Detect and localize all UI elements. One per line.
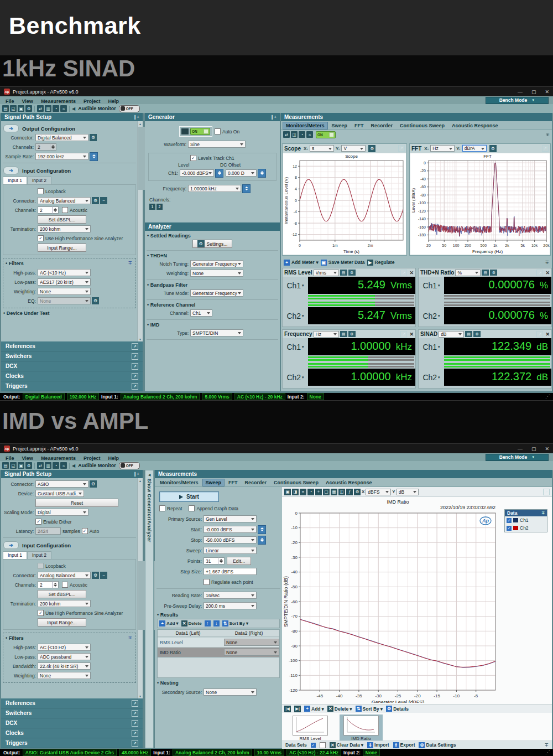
high-pass-dropdown[interactable]: AC (<10 Hz) [38, 269, 91, 276]
signal-monitor-icon[interactable]: ≈ [60, 462, 67, 469]
tab-acoustic-response[interactable]: Acoustic Response [323, 479, 375, 486]
use-high-performance-sine-analyzer-checkbox[interactable]: ✓Use High Performance Sine Analyzer [38, 235, 123, 241]
show-generator-analyzer-strip[interactable]: ◀ Show Generator/Analyzer [145, 470, 154, 748]
item-button[interactable]: ↓ [213, 620, 220, 626]
pin-icon[interactable]: ∓ [544, 742, 549, 748]
legend-entry-ch2[interactable]: ✓Ch2 [505, 524, 547, 532]
spinner-arrows-icon[interactable] [52, 581, 58, 588]
auto-checkbox[interactable]: ✓Auto [82, 528, 100, 534]
loopback-checkbox[interactable]: Loopback [38, 563, 66, 569]
settings-gear-icon[interactable]: ⚙ [25, 105, 32, 112]
meter-settings-icon[interactable]: ⚙ [348, 331, 356, 337]
channel-dropdown[interactable]: Ch1 [190, 309, 212, 317]
value-stepper-icon[interactable] [90, 152, 98, 161]
weighting-dropdown[interactable]: None [190, 270, 243, 277]
channel-selector[interactable]: Ch1▾ [419, 338, 444, 355]
ch1-dc-dropdown[interactable]: 0.000 D [226, 169, 257, 177]
first-point-icon[interactable]: |◀ [284, 706, 291, 712]
sidebar-item-switchers[interactable]: Switchers↗ [1, 708, 143, 718]
menu-view[interactable]: View [18, 99, 37, 104]
input-monitor-icon[interactable]: ~ [100, 197, 107, 204]
signal-monitor-icon[interactable]: ≈ [60, 105, 67, 112]
pin-icon[interactable]: ∓ [128, 260, 132, 266]
input-range-button[interactable]: Input Range... [38, 244, 86, 252]
reading-rate-dropdown[interactable]: 16/sec [204, 592, 257, 599]
channel-selector[interactable]: Ch2▾ [283, 307, 308, 324]
meter-settings-icon[interactable]: ⚙ [490, 270, 497, 276]
popout-icon[interactable]: ↗ [398, 145, 405, 152]
x-units-dropdown[interactable]: dBFS [366, 489, 391, 495]
stop-dropdown[interactable]: -50.000 dBFS [204, 536, 257, 543]
tab-sweep[interactable]: Sweep [329, 122, 351, 129]
tab-input-2[interactable]: Input 2 [27, 551, 51, 559]
high-pass-dropdown[interactable]: AC (<10 Hz) [38, 644, 91, 651]
connector-dropdown[interactable]: Analog Balanced [38, 197, 91, 204]
fft-y-units-dropdown[interactable]: dBrA [462, 145, 487, 152]
scope-x-units-dropdown[interactable]: s [310, 145, 334, 152]
fft-settings-icon[interactable]: ⚙ [489, 145, 497, 152]
tab-fft[interactable]: FFT [352, 122, 367, 129]
regulate-button[interactable]: ▶Regulate [367, 260, 395, 266]
append-graph-data-checkbox[interactable]: Append Graph Data [189, 505, 238, 511]
menu-view[interactable]: View [18, 455, 37, 461]
pin-panel-icon[interactable]: ❙+ [133, 472, 139, 477]
sidebar-item-switchers[interactable]: Switchers↗ [1, 351, 143, 361]
clock-icon[interactable]: ◔ [53, 105, 59, 112]
pin-icon[interactable]: ∓ [545, 260, 549, 265]
meter-settings-icon[interactable]: ⚙ [473, 331, 481, 337]
maximize-button[interactable]: ▢ [531, 89, 536, 95]
connector-settings-icon[interactable]: ⚙ [90, 480, 97, 488]
level-stepper[interactable] [215, 169, 223, 178]
popout-icon[interactable]: ↗ [400, 270, 407, 276]
bandwidth-dropdown[interactable]: 22.4k (48 kHz SR) [38, 662, 91, 670]
scaling-mode-dropdown[interactable]: Digital [35, 509, 88, 516]
connector-settings-icon[interactable]: ⚙ [92, 197, 99, 204]
channel-selector[interactable]: Ch1▾ [283, 277, 308, 294]
close-button[interactable]: ✕ [545, 446, 549, 452]
bench-mode-button[interactable]: Bench Mode▼ [486, 97, 549, 104]
save-graph-icon[interactable]: ▣ [284, 489, 291, 495]
ab-monitor-icon[interactable]: ▥ [45, 462, 51, 469]
meters-icon[interactable]: ◫ [291, 131, 298, 138]
delete-button[interactable]: ✕Delete [181, 620, 202, 626]
channels-spinner[interactable]: 2 [38, 581, 59, 588]
menu-measurements[interactable]: Measurements [37, 455, 80, 461]
new-project-icon[interactable]: ▤ [2, 105, 9, 112]
popout-icon[interactable]: ↗ [536, 331, 543, 338]
io-icon[interactable]: ⇄ [283, 131, 290, 138]
channel-selector[interactable]: Ch1▾ [419, 277, 444, 294]
frequency-dropdown[interactable]: 1.00000 kHz [188, 185, 241, 192]
popout-icon[interactable]: ↗ [400, 331, 407, 338]
sidebar-item-references[interactable]: References↗ [1, 341, 143, 351]
spinner-arrows-icon[interactable] [52, 206, 58, 214]
channel-selector[interactable]: Ch2▾ [419, 307, 444, 324]
weighting-dropdown[interactable]: None [38, 288, 91, 295]
cursor-grid-icon[interactable]: ▦ [331, 489, 337, 495]
enable-dither-checkbox[interactable]: ✓Enable Dither [35, 519, 72, 525]
meter-display-icon[interactable]: ▤ [465, 331, 472, 337]
thumbnail-rms-level[interactable]: RMS Level [289, 714, 332, 741]
maximize-button[interactable]: ▢ [531, 446, 536, 452]
secondary-source-dropdown[interactable]: None [204, 688, 257, 696]
menu-project[interactable]: Project [80, 99, 105, 104]
tab-input-2[interactable]: Input 2 [27, 177, 51, 184]
settings-gear-icon[interactable]: ⚙ [25, 462, 32, 469]
tab-continuous-sweep[interactable]: Continuous Sweep [397, 122, 447, 129]
monitor-on-toggle[interactable]: ON [316, 131, 336, 138]
termination-dropdown[interactable]: 200 kohm [38, 225, 91, 232]
set-dbspl-button[interactable]: Set dBSPL... [38, 590, 86, 598]
tab-input-1[interactable]: Input 1 [3, 551, 27, 559]
sidebar-item-clocks[interactable]: Clocks↗ [1, 371, 143, 381]
pin-icon[interactable]: ∓ [541, 511, 545, 515]
meter-display-icon[interactable]: ▤ [340, 270, 347, 276]
clear-data-button[interactable]: ✕Clear Data▾ [330, 742, 363, 748]
scrollbar[interactable]: ▲▼ [137, 478, 143, 698]
value-stepper-icon[interactable] [242, 184, 251, 193]
acoustic-checkbox[interactable]: Acoustic [62, 582, 87, 588]
meter-display-icon[interactable]: ▤ [340, 331, 347, 337]
sort-by-button[interactable]: ⇅Sort By▾ [222, 620, 248, 626]
device-dropdown[interactable]: Gustard USB Audi... [35, 490, 84, 497]
eq-settings-icon[interactable]: ⚙ [92, 297, 99, 304]
value-stepper-icon[interactable] [258, 536, 266, 545]
ch1-level-dropdown[interactable]: -0.000 dBFS [180, 169, 214, 177]
